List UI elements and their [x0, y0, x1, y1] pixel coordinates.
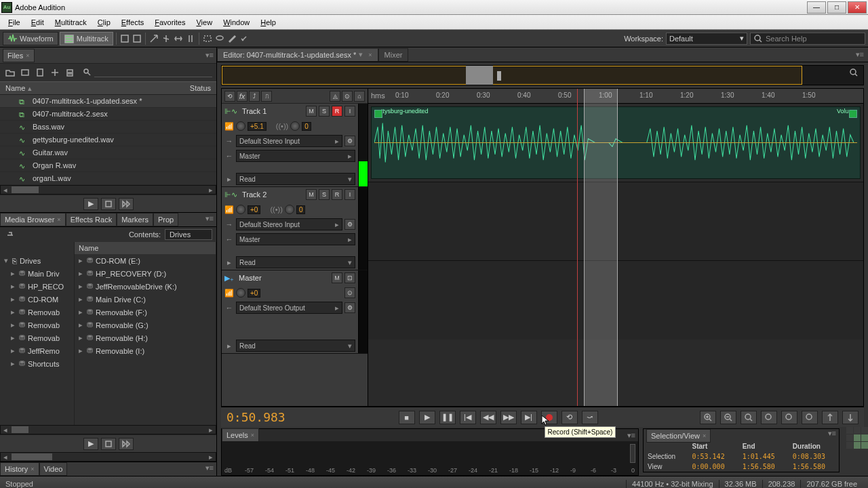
lasso-tool[interactable]	[214, 33, 225, 44]
window-maximize-button[interactable]: □	[827, 1, 846, 14]
zoom-out-time-button[interactable]	[720, 411, 736, 424]
waveform-view-button[interactable]: Waveform	[3, 32, 58, 45]
track-name[interactable]: Track 2	[239, 190, 304, 199]
sends-button[interactable]: ⤴	[249, 91, 260, 102]
selection-duration[interactable]: 0:08.303	[789, 451, 839, 462]
video-tab[interactable]: Video	[39, 462, 68, 476]
zoom-full-button[interactable]	[741, 411, 757, 424]
mixer-tab[interactable]: Mixer	[378, 48, 409, 62]
monitor-input-button[interactable]: I	[344, 106, 355, 117]
input-config-button[interactable]: ⚙	[344, 219, 355, 230]
output-select[interactable]: Master▸	[236, 150, 355, 162]
browser-play-button[interactable]: ▶	[83, 438, 98, 450]
volume-value[interactable]: +5.1	[248, 122, 267, 131]
preview-autoplay-button[interactable]	[119, 198, 134, 210]
drive-item[interactable]: ▸⛃Removab	[0, 306, 74, 319]
browser-loop-button[interactable]	[101, 438, 116, 450]
marquee-tool[interactable]	[202, 33, 213, 44]
drive-folder-item[interactable]: ▸⛃Main Drive (C:)	[75, 293, 216, 306]
browser-h-scroll[interactable]: ◂▸	[0, 425, 216, 434]
drive-item[interactable]: ▸⛃CD-ROM	[0, 293, 74, 306]
browser-h-scroll2[interactable]: ◂▸	[0, 452, 216, 462]
input-select[interactable]: Default Stereo Input▸	[236, 135, 342, 147]
automation-mode-select[interactable]: Read▾	[236, 340, 355, 352]
timeline-area[interactable]: hms 0:100:200:300:400:501:001:101:201:30…	[368, 89, 863, 406]
pan-value[interactable]: 0	[302, 122, 311, 131]
panel-menu-icon[interactable]: ▾≡	[852, 49, 868, 60]
volume-knob[interactable]	[236, 288, 245, 298]
pan-knob[interactable]	[285, 205, 294, 214]
metronome-button[interactable]: ⌂	[354, 91, 365, 102]
stereo-button[interactable]: ⊡	[344, 272, 355, 283]
media-browser-tab[interactable]: Media Browser×	[0, 213, 66, 226]
zoom-in-vertical-button[interactable]	[822, 411, 838, 424]
levels-tab[interactable]: Levels×	[222, 428, 259, 442]
close-file-icon[interactable]	[64, 66, 76, 79]
panel-menu-icon[interactable]: ▾≡	[203, 213, 216, 226]
input-config-button[interactable]: ⚙	[344, 136, 355, 146]
insert-file-icon[interactable]	[49, 66, 61, 79]
volume-value[interactable]: +0	[248, 205, 260, 214]
file-item[interactable]: ∿Bass.wav	[0, 121, 216, 134]
zoom-out-amp-button[interactable]	[802, 411, 818, 424]
workspace-grid-indicator[interactable]	[846, 427, 868, 449]
drive-folder-item[interactable]: ▸⛃Removable (F:)	[75, 306, 216, 319]
drive-item[interactable]: ▸⛃Removab	[0, 319, 74, 331]
zoom-selection-button[interactable]	[761, 411, 777, 424]
drive-folder-item[interactable]: ▸⛃Removable (H:)	[75, 331, 216, 344]
preview-loop-button[interactable]	[101, 198, 116, 210]
eq-button[interactable]: ⎍	[261, 91, 272, 102]
automation-mode-select[interactable]: Read▾	[236, 256, 355, 268]
markers-tab[interactable]: Markers	[117, 213, 153, 226]
window-minimize-button[interactable]: —	[807, 1, 826, 14]
zoom-out-vertical-button[interactable]	[842, 411, 859, 424]
menu-help[interactable]: Help	[255, 18, 281, 26]
browser-autoplay-button[interactable]	[119, 438, 134, 450]
output-meter-button[interactable]: ⊙	[344, 287, 355, 298]
drive-folder-item[interactable]: ▸⛃Removable (I:)	[75, 344, 216, 357]
menu-clip[interactable]: Clip	[92, 18, 116, 26]
track-option-b[interactable]: ⊙	[342, 91, 353, 102]
view-duration[interactable]: 1:56.580	[789, 462, 839, 472]
rewind-button[interactable]: ◀◀	[480, 411, 496, 424]
drive-item[interactable]: ▸⛃Shortcuts	[0, 357, 74, 370]
menu-favorites[interactable]: Favorites	[149, 18, 191, 26]
drive-folder-item[interactable]: ▸⛃JeffRemovableDrive (K:)	[75, 280, 216, 293]
effects-rack-tab[interactable]: Effects Rack	[66, 213, 117, 226]
menu-edit[interactable]: Edit	[26, 18, 50, 26]
menu-file[interactable]: File	[3, 18, 26, 26]
drive-item[interactable]: ▸⛃JeffRemo	[0, 344, 74, 357]
mute-button[interactable]: M	[332, 272, 342, 283]
output-select[interactable]: Master▸	[236, 233, 355, 245]
output-select[interactable]: Default Stereo Output▸	[236, 302, 342, 314]
stop-button[interactable]: ■	[399, 411, 415, 424]
skip-selection-button[interactable]: ⤻	[582, 411, 598, 424]
workspace-select[interactable]: Default ▾	[666, 33, 747, 45]
track-name[interactable]: Master	[236, 274, 330, 282]
spectral-pitch-button[interactable]	[132, 33, 142, 44]
fast-forward-button[interactable]: ▶▶	[500, 411, 517, 424]
output-config-button[interactable]: ⚙	[344, 302, 355, 313]
drive-item[interactable]: ▸⛃Main Driv	[0, 267, 74, 280]
drive-folder-item[interactable]: ▸⛃Removable (G:)	[75, 319, 216, 331]
new-file-icon[interactable]	[34, 66, 46, 79]
file-item[interactable]: ⧉0407-multitrack-2.sesx	[0, 108, 216, 121]
drives-root[interactable]: ▾⎘Drives	[0, 254, 74, 267]
contents-select[interactable]: Drives	[165, 229, 212, 240]
drive-folder-item[interactable]: ▸⛃HP_RECOVERY (D:)	[75, 267, 216, 280]
global-loop-button[interactable]: ⟲	[224, 91, 235, 102]
selection-start[interactable]: 0:53.142	[688, 451, 738, 462]
file-item[interactable]: ∿organL.wav	[0, 172, 216, 185]
fx-button[interactable]: fx	[237, 91, 248, 102]
pan-value[interactable]: 0	[296, 205, 306, 214]
arm-record-button[interactable]: R	[332, 189, 342, 200]
track-option-a[interactable]: ◬	[330, 91, 340, 102]
selection-view-tab[interactable]: Selection/View×	[646, 429, 711, 443]
automation-mode-select[interactable]: Read▾	[236, 173, 355, 185]
files-h-scroll[interactable]: ◂▸	[0, 185, 216, 195]
view-end[interactable]: 1:56.580	[738, 462, 789, 472]
automation-expand-icon[interactable]: ▸	[224, 258, 234, 267]
loop-playback-button[interactable]: ⟲	[561, 411, 578, 424]
solo-button[interactable]: S	[319, 189, 330, 200]
drive-folder-item[interactable]: ▸⛃CD-ROM (E:)	[75, 254, 216, 267]
